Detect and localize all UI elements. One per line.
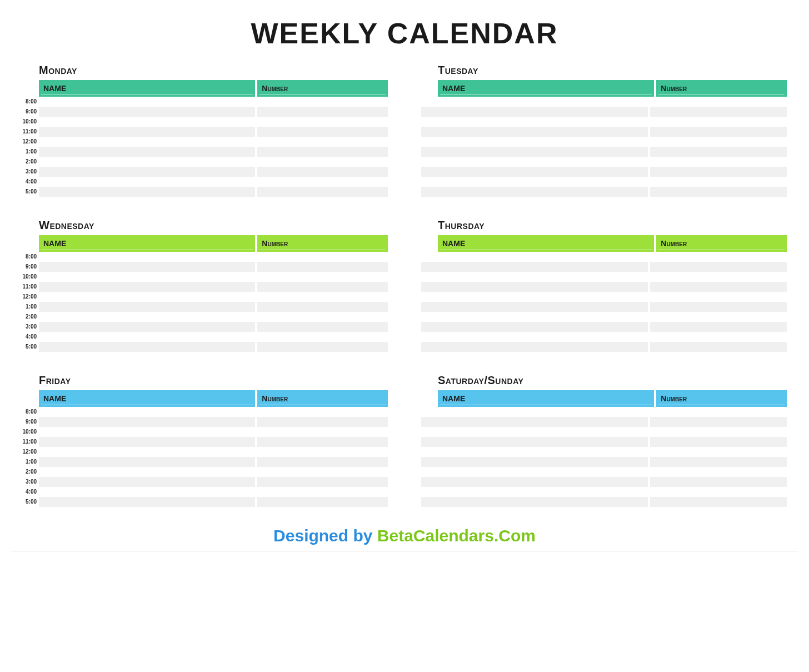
- time-row: [421, 282, 787, 292]
- column-header-number: Number: [257, 80, 388, 97]
- time-row: [39, 407, 388, 417]
- time-row: [421, 497, 787, 507]
- column-header-name: NAME: [438, 390, 654, 407]
- column-header-number: Number: [656, 80, 787, 97]
- time-row: [421, 167, 787, 177]
- time-row: [39, 272, 388, 282]
- time-row: [421, 342, 787, 352]
- column-header-name: NAME: [39, 235, 255, 252]
- time-row: [39, 107, 388, 117]
- time-row: [39, 147, 388, 157]
- footer-brand: BetaCalendars.Com: [377, 526, 536, 545]
- time-row: [421, 437, 787, 447]
- time-row: [421, 97, 787, 107]
- time-row: [421, 292, 787, 302]
- time-row: [39, 427, 388, 437]
- time-row: [39, 157, 388, 167]
- time-row: [39, 262, 388, 272]
- time-row: [421, 137, 787, 147]
- time-row: [421, 417, 787, 427]
- time-row: [421, 322, 787, 332]
- day-block-friday: Friday NAME Number 8:00 9:00 10:00 11:00…: [22, 374, 388, 507]
- time-row: [421, 127, 787, 137]
- time-label: 11:00: [22, 282, 39, 292]
- day-label: Tuesday: [438, 64, 787, 77]
- time-label: 10:00: [22, 272, 39, 282]
- column-header-number: Number: [257, 235, 388, 252]
- time-label: 8:00: [22, 97, 39, 107]
- time-label: 10:00: [22, 117, 39, 127]
- time-row: [421, 447, 787, 457]
- time-row: [39, 117, 388, 127]
- time-label: 9:00: [22, 417, 39, 427]
- time-row: [421, 107, 787, 117]
- time-label: 11:00: [22, 437, 39, 447]
- time-row: [39, 332, 388, 342]
- time-row: [421, 177, 787, 187]
- page-title: WEEKLY CALENDAR: [11, 17, 798, 50]
- time-row: [39, 97, 388, 107]
- time-row: [421, 457, 787, 467]
- time-label: 3:00: [22, 477, 39, 487]
- column-header-name: NAME: [39, 80, 255, 97]
- time-row: [421, 467, 787, 477]
- time-label: 2:00: [22, 312, 39, 322]
- time-label: 11:00: [22, 127, 39, 137]
- time-row: [39, 252, 388, 262]
- time-row: [39, 342, 388, 352]
- time-row: [39, 127, 388, 137]
- time-row: [39, 457, 388, 467]
- time-row: [39, 312, 388, 322]
- time-label: 5:00: [22, 187, 39, 197]
- time-column: 8:00 9:00 10:00 11:00 12:00 1:00 2:00 3:…: [22, 407, 39, 507]
- time-row: [39, 497, 388, 507]
- time-label: 1:00: [22, 302, 39, 312]
- day-label: Wednesday: [39, 219, 388, 232]
- time-label: 5:00: [22, 497, 39, 507]
- time-row: [421, 147, 787, 157]
- day-block-tuesday: Tuesday NAME Number ..... .....: [421, 64, 787, 197]
- time-row: [39, 167, 388, 177]
- time-row: [39, 187, 388, 197]
- time-label: 5:00: [22, 342, 39, 352]
- day-label: Friday: [39, 374, 388, 387]
- time-label: 3:00: [22, 167, 39, 177]
- day-label: Monday: [39, 64, 388, 77]
- day-block-wednesday: Wednesday NAME Number 8:00 9:00 10:00 11…: [22, 219, 388, 352]
- time-row: [39, 477, 388, 487]
- time-label: 9:00: [22, 107, 39, 117]
- column-header-name: NAME: [39, 390, 255, 407]
- time-label: 12:00: [22, 447, 39, 457]
- time-row: [421, 477, 787, 487]
- time-row: [39, 322, 388, 332]
- time-label: 1:00: [22, 147, 39, 157]
- time-row: [39, 487, 388, 497]
- time-label: 8:00: [22, 252, 39, 262]
- day-label: Saturday/Sunday: [438, 374, 787, 387]
- footer-designed-by: Designed by: [273, 526, 377, 545]
- column-header-name: NAME: [438, 80, 654, 97]
- time-row: [421, 427, 787, 437]
- time-row: [421, 272, 787, 282]
- time-column: 8:00 9:00 10:00 11:00 12:00 1:00 2:00 3:…: [22, 97, 39, 197]
- time-row: [421, 157, 787, 167]
- time-row: [39, 417, 388, 427]
- time-row: [421, 187, 787, 197]
- time-row: [421, 332, 787, 342]
- time-label: 2:00: [22, 157, 39, 167]
- time-label: 10:00: [22, 427, 39, 437]
- time-row: [421, 302, 787, 312]
- time-row: [39, 467, 388, 477]
- day-block-weekend: Saturday/Sunday NAME Number ..... .....: [421, 374, 787, 507]
- time-label: 4:00: [22, 177, 39, 187]
- time-label: 4:00: [22, 487, 39, 497]
- column-header-number: Number: [656, 390, 787, 407]
- time-label: 12:00: [22, 292, 39, 302]
- time-row: [39, 137, 388, 147]
- time-label: 2:00: [22, 467, 39, 477]
- time-label: 9:00: [22, 262, 39, 272]
- time-label: 8:00: [22, 407, 39, 417]
- time-row: [421, 262, 787, 272]
- time-column: 8:00 9:00 10:00 11:00 12:00 1:00 2:00 3:…: [22, 252, 39, 352]
- column-header-number: Number: [257, 390, 388, 407]
